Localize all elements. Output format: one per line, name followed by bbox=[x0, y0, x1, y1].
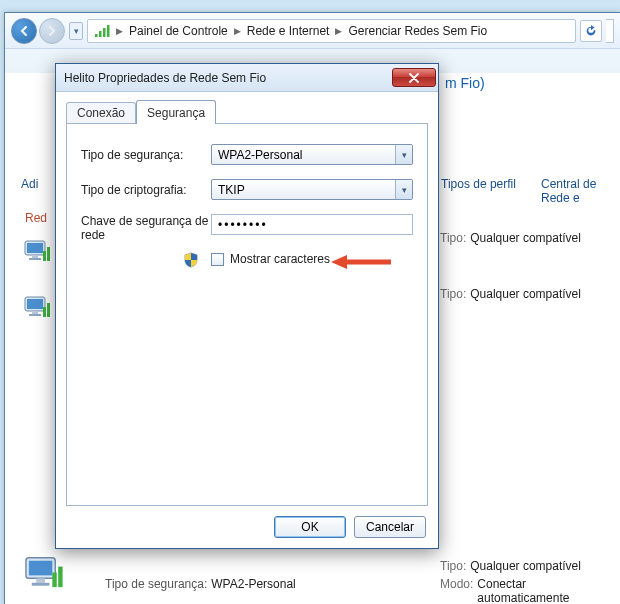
search-field-edge[interactable] bbox=[606, 19, 614, 43]
tabstrip: Conexão Segurança bbox=[66, 102, 216, 124]
net-prop-label: Modo: bbox=[440, 577, 473, 604]
details-value: WPA2-Personal bbox=[211, 577, 295, 591]
security-type-value: WPA2-Personal bbox=[218, 148, 302, 162]
svg-rect-2 bbox=[103, 28, 106, 37]
svg-rect-13 bbox=[29, 314, 41, 316]
encryption-type-select[interactable]: TKIP ▾ bbox=[211, 179, 413, 200]
details-label: Tipo de segurança: bbox=[105, 577, 207, 591]
list-group-label: Red bbox=[25, 211, 47, 225]
net-prop-row: Tipo: Qualquer compatível bbox=[440, 287, 614, 301]
svg-rect-17 bbox=[29, 561, 52, 576]
page-subtitle-fragment: m Fio) bbox=[445, 75, 485, 91]
cancel-button[interactable]: Cancelar bbox=[354, 516, 426, 538]
svg-rect-8 bbox=[43, 251, 46, 261]
net-prop-label: Tipo: bbox=[440, 287, 466, 301]
show-characters-checkbox[interactable] bbox=[211, 253, 224, 266]
net-prop-row: Tipo: Qualquer compatível bbox=[440, 559, 614, 573]
ok-button[interactable]: OK bbox=[274, 516, 346, 538]
nav-history-dropdown[interactable]: ▾ bbox=[69, 22, 83, 40]
chevron-right-icon: ▶ bbox=[234, 26, 241, 36]
svg-rect-15 bbox=[47, 303, 50, 317]
dialog-title: Helito Propriedades de Rede Sem Fio bbox=[64, 71, 392, 85]
svg-rect-1 bbox=[99, 31, 102, 37]
svg-rect-3 bbox=[107, 25, 110, 37]
ok-button-label: OK bbox=[301, 520, 318, 534]
breadcrumb-item-control-panel[interactable]: Painel de Controle bbox=[123, 24, 234, 38]
uac-shield-icon bbox=[183, 252, 199, 268]
cancel-button-label: Cancelar bbox=[366, 520, 414, 534]
chevron-right-icon: ▶ bbox=[335, 26, 342, 36]
security-type-label: Tipo de segurança: bbox=[81, 148, 211, 162]
tab-panel-security: Tipo de segurança: WPA2-Personal ▾ Tipo … bbox=[66, 123, 428, 506]
cmd-add[interactable]: Adi bbox=[21, 177, 38, 191]
svg-rect-9 bbox=[47, 247, 50, 261]
svg-rect-20 bbox=[52, 572, 56, 587]
nav-toolbar: ▾ ▶ Painel de Controle ▶ Rede e Internet… bbox=[5, 13, 620, 49]
net-prop-value: Qualquer compatível bbox=[470, 231, 581, 245]
tab-connection[interactable]: Conexão bbox=[66, 102, 136, 124]
close-button[interactable] bbox=[392, 68, 436, 87]
network-key-label: Chave de segurança de rede bbox=[81, 214, 211, 242]
network-key-input[interactable] bbox=[211, 214, 413, 235]
breadcrumb-item-network[interactable]: Rede e Internet bbox=[241, 24, 336, 38]
encryption-type-label: Tipo de criptografia: bbox=[81, 183, 211, 197]
back-button[interactable] bbox=[11, 18, 37, 44]
encryption-type-value: TKIP bbox=[218, 183, 245, 197]
cmd-profile-types[interactable]: Tipos de perfil bbox=[441, 177, 516, 191]
wifi-properties-dialog: Helito Propriedades de Rede Sem Fio Cone… bbox=[55, 63, 439, 549]
svg-rect-7 bbox=[29, 258, 41, 260]
svg-rect-11 bbox=[27, 299, 43, 309]
control-panel-window: ▾ ▶ Painel de Controle ▶ Rede e Internet… bbox=[4, 12, 620, 604]
net-prop-value: Qualquer compatível bbox=[470, 559, 581, 573]
dialog-titlebar[interactable]: Helito Propriedades de Rede Sem Fio bbox=[56, 64, 438, 92]
security-type-select[interactable]: WPA2-Personal ▾ bbox=[211, 144, 413, 165]
tab-security[interactable]: Segurança bbox=[136, 100, 216, 124]
refresh-button[interactable] bbox=[580, 20, 602, 42]
svg-rect-21 bbox=[58, 567, 62, 588]
chevron-right-icon: ▶ bbox=[116, 26, 123, 36]
net-prop-row: Tipo: Qualquer compatível bbox=[440, 231, 614, 245]
details-pane-row: Tipo de segurança: WPA2-Personal bbox=[105, 577, 296, 591]
svg-rect-6 bbox=[32, 255, 38, 258]
forward-button[interactable] bbox=[39, 18, 65, 44]
breadcrumb-item-manage-wifi[interactable]: Gerenciar Redes Sem Fio bbox=[342, 24, 493, 38]
chevron-down-icon: ▾ bbox=[395, 180, 412, 199]
net-prop-row: Modo: Conectar automaticamente bbox=[440, 577, 614, 604]
close-icon bbox=[408, 73, 420, 83]
svg-rect-12 bbox=[32, 311, 38, 314]
network-item-icon[interactable] bbox=[23, 237, 53, 263]
wifi-signal-icon bbox=[94, 23, 110, 39]
svg-rect-0 bbox=[95, 34, 98, 37]
svg-rect-14 bbox=[43, 307, 46, 317]
net-prop-value: Qualquer compatível bbox=[470, 287, 581, 301]
svg-rect-18 bbox=[36, 578, 45, 582]
dialog-button-row: OK Cancelar bbox=[274, 516, 426, 538]
network-item-icon[interactable] bbox=[23, 551, 67, 591]
chevron-down-icon: ▾ bbox=[395, 145, 412, 164]
breadcrumb: ▶ Painel de Controle ▶ Rede e Internet ▶… bbox=[87, 19, 576, 43]
cmd-network-center[interactable]: Central de Rede e bbox=[541, 177, 620, 205]
svg-rect-19 bbox=[32, 583, 50, 586]
callout-arrow-icon bbox=[331, 254, 391, 273]
show-characters-label[interactable]: Mostrar caracteres bbox=[230, 252, 330, 266]
net-prop-label: Tipo: bbox=[440, 231, 466, 245]
net-prop-label: Tipo: bbox=[440, 559, 466, 573]
net-prop-value: Conectar automaticamente bbox=[477, 577, 614, 604]
network-item-icon[interactable] bbox=[23, 293, 53, 319]
svg-rect-5 bbox=[27, 243, 43, 253]
